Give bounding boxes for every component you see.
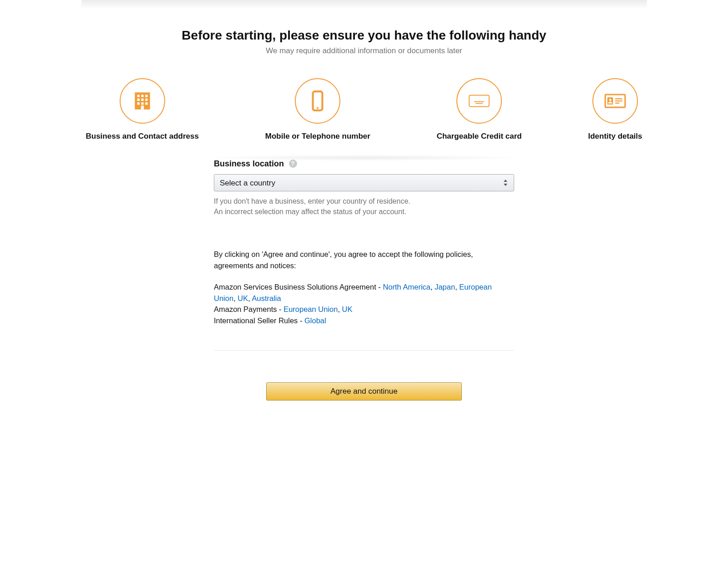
heading-block: Before starting, please ensure you have … <box>81 28 647 55</box>
requirement-business-address: Business and Contact address <box>86 78 199 141</box>
svg-rect-10 <box>141 105 144 109</box>
policies-block: By clicking on 'Agree and continue', you… <box>214 249 514 326</box>
agreement-intl-rules: International Seller Rules - Global <box>214 315 514 326</box>
requirements-row: Business and Contact address Mobile or T… <box>86 78 642 141</box>
svg-point-12 <box>317 107 318 109</box>
svg-rect-4 <box>137 99 139 101</box>
link-japan[interactable]: Japan <box>435 283 455 291</box>
svg-rect-2 <box>141 95 143 97</box>
link-payments-uk[interactable]: UK <box>342 305 353 313</box>
top-shadow <box>81 0 647 9</box>
phone-icon <box>295 78 340 124</box>
requirement-label: Identity details <box>588 132 642 141</box>
svg-rect-9 <box>145 102 147 105</box>
link-north-america[interactable]: North America <box>383 283 430 291</box>
svg-rect-1 <box>137 95 139 97</box>
requirement-label: Chargeable Credit card <box>437 132 522 141</box>
agreement-payments: Amazon Payments - European Union, UK <box>214 304 514 315</box>
divider <box>214 350 514 351</box>
svg-rect-3 <box>145 95 147 97</box>
requirement-credit-card: Chargeable Credit card <box>437 78 522 141</box>
credit-card-icon <box>456 78 502 124</box>
page-subtitle: We may require additional information or… <box>81 46 647 55</box>
link-global[interactable]: Global <box>304 316 326 325</box>
business-location-label: Business location <box>214 159 284 169</box>
svg-point-18 <box>609 99 612 101</box>
business-location-field: Business location ? Select a country If … <box>214 159 514 217</box>
svg-rect-5 <box>141 99 143 101</box>
requirement-label: Mobile or Telephone number <box>265 132 370 141</box>
link-payments-eu[interactable]: European Union <box>283 305 338 313</box>
agree-continue-button[interactable]: Agree and continue <box>266 382 462 401</box>
page-title: Before starting, please ensure you have … <box>81 28 647 43</box>
svg-rect-8 <box>141 102 143 105</box>
requirement-label: Business and Contact address <box>86 132 199 141</box>
business-location-select[interactable]: Select a country <box>214 174 514 191</box>
id-card-icon <box>592 78 638 124</box>
link-australia[interactable]: Australia <box>252 294 281 302</box>
requirement-identity: Identity details <box>588 78 642 141</box>
building-icon <box>120 78 165 124</box>
help-icon[interactable]: ? <box>289 160 297 168</box>
requirement-phone: Mobile or Telephone number <box>265 78 370 141</box>
svg-rect-13 <box>469 95 489 107</box>
business-location-hint: If you don't have a business, enter your… <box>214 196 514 217</box>
svg-rect-6 <box>145 99 147 101</box>
agreement-business-solutions: Amazon Services Business Solutions Agree… <box>214 281 514 304</box>
svg-rect-7 <box>137 102 139 105</box>
policies-intro: By clicking on 'Agree and continue', you… <box>214 249 514 271</box>
link-uk[interactable]: UK <box>238 294 248 302</box>
